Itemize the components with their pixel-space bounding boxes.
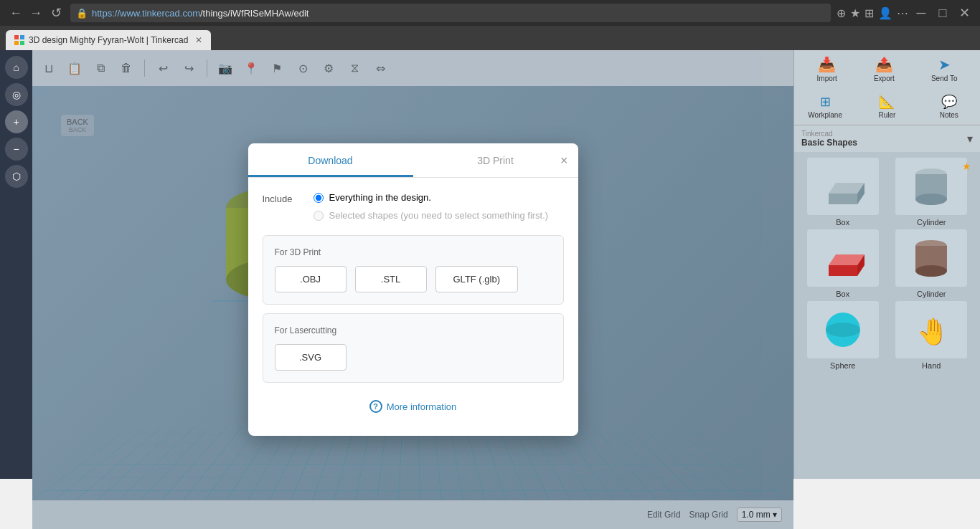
shape-label-box-2: Box <box>836 290 849 298</box>
more-info-icon: ? <box>369 400 382 413</box>
box-svg-1 <box>818 165 868 208</box>
for-lasercutting-section: For Lasercutting .SVG <box>263 313 564 383</box>
svg-point-21 <box>826 323 860 337</box>
svg-rect-0 <box>14 35 19 39</box>
import-button[interactable]: 📥 Import <box>817 56 837 82</box>
favorites-button[interactable]: ★ <box>850 6 860 20</box>
shape-thumb-sphere <box>807 301 879 358</box>
home-view-button[interactable]: ⌂ <box>5 56 28 79</box>
sphere-svg <box>821 308 864 351</box>
shapes-header: Tinkercad Basic Shapes ▾ <box>794 125 980 152</box>
browser-controls: ← → ↺ <box>7 4 65 22</box>
svg-button[interactable]: .SVG <box>275 344 347 371</box>
perspective-button[interactable]: ⬡ <box>5 165 28 188</box>
format-buttons-3dprint: .OBJ .STL GLTF (.glb) <box>275 266 552 292</box>
sendto-button[interactable]: ➤ Send To <box>931 56 958 82</box>
include-options: Everything in the design. Selected shape… <box>314 192 549 221</box>
shape-label-sphere: Sphere <box>830 361 855 370</box>
more-info-link[interactable]: ? More information <box>263 391 564 421</box>
shape-star-cylinder-1: ★ <box>962 161 971 172</box>
more-info-label: More information <box>387 401 457 412</box>
svg-rect-1 <box>20 35 24 39</box>
radio-selected[interactable] <box>314 211 324 221</box>
notes-label: Notes <box>940 111 958 119</box>
gltf-button[interactable]: GLTF (.glb) <box>435 266 519 292</box>
shapes-dropdown-icon[interactable]: ▾ <box>967 132 973 146</box>
shape-thumb-box-1 <box>807 158 879 215</box>
shape-label-box-1: Box <box>836 218 849 227</box>
workplane-label: Workplane <box>808 111 842 119</box>
ruler-icon: 📐 <box>879 94 895 110</box>
ruler-button[interactable]: 📐 Ruler <box>856 88 918 125</box>
minimize-button[interactable]: ─ <box>913 4 930 22</box>
for-lasercutting-title: For Lasercutting <box>275 325 552 335</box>
back-button[interactable]: ← <box>7 4 24 22</box>
export-label: Export <box>874 75 895 82</box>
modal-tab-3dprint[interactable]: 3D Print <box>413 143 578 177</box>
radio-selected-label: Selected shapes (you need to select some… <box>329 210 549 221</box>
radio-all-label: Everything in the design. <box>329 192 431 203</box>
reload-button[interactable]: ↺ <box>47 4 65 22</box>
shape-label-hand: Hand <box>922 361 941 370</box>
zoom-out-button[interactable]: − <box>5 138 28 161</box>
radio-option-selected[interactable]: Selected shapes (you need to select some… <box>314 210 549 221</box>
shape-thumb-cylinder-2 <box>895 229 967 287</box>
url-text: https://www.tinkercad.com/things/iWfRlSe… <box>92 8 308 19</box>
import-icon: 📥 <box>818 56 836 73</box>
app-container: ☰ T I N K ERCAD Mighty Fyyran-Wolt ⊞ ⛏ ⬛… <box>0 50 980 529</box>
export-button[interactable]: 📤 Export <box>874 56 895 82</box>
shape-cylinder-2[interactable]: Cylinder <box>889 229 975 298</box>
radio-option-all[interactable]: Everything in the design. <box>314 192 549 203</box>
stl-button[interactable]: .STL <box>355 266 427 292</box>
cylinder-svg-1 <box>910 163 953 210</box>
shape-cylinder-1[interactable]: ★ Cylinder <box>889 158 975 227</box>
svg-rect-15 <box>829 265 857 276</box>
tab-close-button[interactable]: ✕ <box>195 35 202 45</box>
close-button[interactable]: ✕ <box>956 4 973 22</box>
shape-thumb-box-2 <box>807 229 879 287</box>
menu-button[interactable]: ⋯ <box>897 6 908 20</box>
active-tab[interactable]: 3D design Mighty Fyyran-Wolt | Tinkercad… <box>6 30 211 50</box>
extensions-button[interactable]: ⊕ <box>837 6 846 20</box>
download-modal: Download 3D Print × Include Everything i… <box>248 143 578 436</box>
notes-button[interactable]: 💬 Notes <box>918 88 980 125</box>
shape-label-cylinder-1: Cylinder <box>917 218 946 227</box>
tab-favicon <box>14 35 24 45</box>
shape-thumb-cylinder-1: ★ <box>895 158 967 215</box>
for-3dprint-section: For 3D Print .OBJ .STL GLTF (.glb) <box>263 235 564 305</box>
right-tools: ⊞ Workplane 📐 Ruler 💬 Notes <box>794 88 980 125</box>
svg-point-13 <box>915 194 947 205</box>
hand-svg: 🤚 <box>910 308 953 351</box>
svg-rect-3 <box>20 41 24 45</box>
modal-tab-download[interactable]: Download <box>248 143 413 177</box>
collections-button[interactable]: ⊞ <box>864 6 874 20</box>
radio-all[interactable] <box>314 193 324 203</box>
format-buttons-lasercutting: .SVG <box>275 344 552 371</box>
workplane-button[interactable]: ⊞ Workplane <box>794 88 856 125</box>
sendto-label: Send To <box>931 75 958 82</box>
forward-button[interactable]: → <box>27 4 44 22</box>
svg-rect-9 <box>829 194 857 204</box>
maximize-button[interactable]: □ <box>934 4 951 22</box>
modal-close-button[interactable]: × <box>560 153 568 168</box>
include-section: Include Everything in the design. Select… <box>263 192 564 221</box>
sendto-icon: ➤ <box>938 56 951 73</box>
export-icon: 📤 <box>875 56 893 73</box>
left-toolbar: ⌂ ◎ + − ⬡ <box>0 50 32 479</box>
address-bar[interactable]: 🔒 https://www.tinkercad.com/things/iWfRl… <box>70 4 831 22</box>
modal-overlay: Download 3D Print × Include Everything i… <box>32 50 793 529</box>
modal-body: Include Everything in the design. Select… <box>248 178 578 436</box>
shape-thumb-hand: 🤚 <box>895 301 967 358</box>
tab-title: 3D design Mighty Fyyran-Wolt | Tinkercad <box>29 35 188 45</box>
obj-button[interactable]: .OBJ <box>275 266 347 292</box>
shape-sphere[interactable]: Sphere <box>800 301 886 370</box>
shape-box-2[interactable]: Box <box>800 229 886 298</box>
target-button[interactable]: ◎ <box>5 83 28 106</box>
profile-button[interactable]: 👤 <box>878 6 892 20</box>
shape-hand[interactable]: 🤚 Hand <box>889 301 975 370</box>
include-label: Include <box>263 192 302 204</box>
shape-box-1[interactable]: Box <box>800 158 886 227</box>
zoom-in-button[interactable]: + <box>5 110 28 133</box>
right-panel-actions: 📥 Import 📤 Export ➤ Send To <box>794 50 980 88</box>
notes-icon: 💬 <box>941 94 957 110</box>
